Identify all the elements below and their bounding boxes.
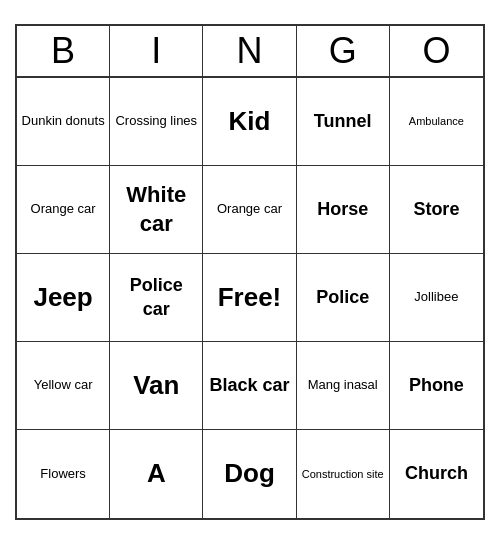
bingo-cell[interactable]: Police car xyxy=(110,254,203,342)
cell-label: Jeep xyxy=(33,281,92,315)
cell-label: Church xyxy=(405,462,468,485)
header-letter: O xyxy=(390,26,483,76)
cell-label: Dunkin donuts xyxy=(22,113,105,130)
header-letter: N xyxy=(203,26,296,76)
bingo-cell[interactable]: Horse xyxy=(297,166,390,254)
bingo-cell[interactable]: White car xyxy=(110,166,203,254)
bingo-cell[interactable]: Kid xyxy=(203,78,296,166)
bingo-cell[interactable]: Orange car xyxy=(203,166,296,254)
bingo-cell[interactable]: Flowers xyxy=(17,430,110,518)
cell-label: Jollibee xyxy=(414,289,458,306)
bingo-cell[interactable]: Jeep xyxy=(17,254,110,342)
header-letter: I xyxy=(110,26,203,76)
cell-label: Tunnel xyxy=(314,110,372,133)
cell-label: Orange car xyxy=(31,201,96,218)
bingo-cell[interactable]: Free! xyxy=(203,254,296,342)
bingo-cell[interactable]: Dunkin donuts xyxy=(17,78,110,166)
cell-label: Phone xyxy=(409,374,464,397)
cell-label: Van xyxy=(133,369,179,403)
header-letter: G xyxy=(297,26,390,76)
bingo-cell[interactable]: Jollibee xyxy=(390,254,483,342)
bingo-cell[interactable]: Yellow car xyxy=(17,342,110,430)
cell-label: White car xyxy=(114,181,198,238)
cell-label: Store xyxy=(413,198,459,221)
bingo-cell[interactable]: Mang inasal xyxy=(297,342,390,430)
cell-label: Black car xyxy=(209,374,289,397)
cell-label: Free! xyxy=(218,281,282,315)
bingo-cell[interactable]: Dog xyxy=(203,430,296,518)
bingo-cell[interactable]: Crossing lines xyxy=(110,78,203,166)
cell-label: Mang inasal xyxy=(308,377,378,394)
header-letter: B xyxy=(17,26,110,76)
bingo-cell[interactable]: Church xyxy=(390,430,483,518)
cell-label: Construction site xyxy=(302,467,384,481)
cell-label: Yellow car xyxy=(34,377,93,394)
cell-label: Dog xyxy=(224,457,275,491)
bingo-cell[interactable]: Police xyxy=(297,254,390,342)
bingo-card: BINGO Dunkin donutsCrossing linesKidTunn… xyxy=(15,24,485,520)
bingo-cell[interactable]: Phone xyxy=(390,342,483,430)
cell-label: Police xyxy=(316,286,369,309)
cell-label: Kid xyxy=(229,105,271,139)
bingo-cell[interactable]: Van xyxy=(110,342,203,430)
cell-label: Horse xyxy=(317,198,368,221)
bingo-header: BINGO xyxy=(17,26,483,78)
bingo-cell[interactable]: Orange car xyxy=(17,166,110,254)
cell-label: Orange car xyxy=(217,201,282,218)
bingo-cell[interactable]: Ambulance xyxy=(390,78,483,166)
cell-label: Police car xyxy=(114,274,198,321)
bingo-grid: Dunkin donutsCrossing linesKidTunnelAmbu… xyxy=(17,78,483,518)
cell-label: Ambulance xyxy=(409,114,464,128)
cell-label: A xyxy=(147,457,166,491)
bingo-cell[interactable]: Black car xyxy=(203,342,296,430)
bingo-cell[interactable]: Construction site xyxy=(297,430,390,518)
cell-label: Flowers xyxy=(40,466,86,483)
bingo-cell[interactable]: Tunnel xyxy=(297,78,390,166)
bingo-cell[interactable]: A xyxy=(110,430,203,518)
bingo-cell[interactable]: Store xyxy=(390,166,483,254)
cell-label: Crossing lines xyxy=(115,113,197,130)
